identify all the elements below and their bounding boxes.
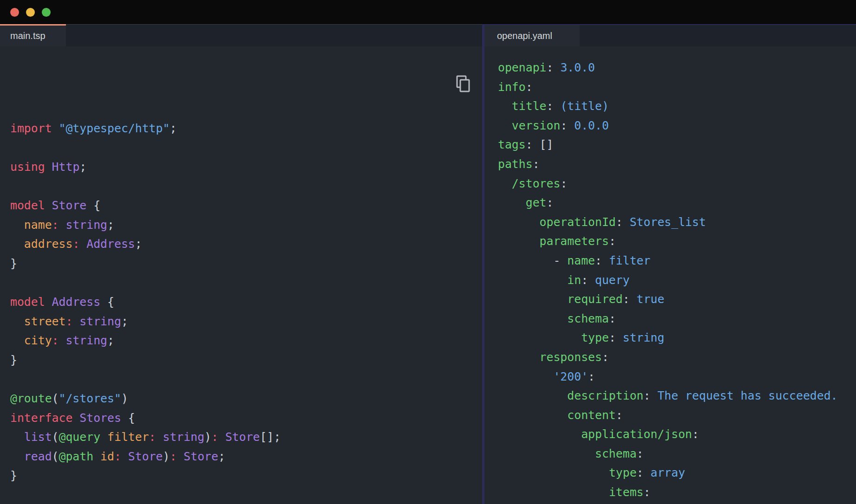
- tab-main-tsp-label: main.tsp: [10, 31, 46, 41]
- code-line: import "@typespec/http";: [10, 119, 482, 138]
- main-area: main.tsp import "@typespec/http"; using …: [0, 24, 856, 504]
- code-line: paths:: [498, 155, 856, 174]
- close-button[interactable]: [10, 8, 19, 17]
- code-line: in: query: [498, 271, 856, 290]
- code-line: model Store {: [10, 196, 482, 215]
- code-line: city: string;: [10, 331, 482, 350]
- code-line: read(@path id: Store): Store;: [10, 447, 482, 466]
- code-line: using Http;: [10, 157, 482, 177]
- code-line: required: true: [498, 290, 856, 309]
- code-line: }: [10, 466, 482, 485]
- code-line: [10, 138, 482, 157]
- code-line: title: (title): [498, 97, 856, 116]
- code-line: info:: [498, 78, 856, 97]
- titlebar: [0, 0, 856, 24]
- code-line: name: string;: [10, 215, 482, 235]
- code-line: description: The request has succeeded.: [498, 386, 856, 406]
- code-line: type: array: [498, 463, 856, 483]
- code-line: application/json:: [498, 425, 856, 444]
- code-line: tags: []: [498, 135, 856, 155]
- code-line: list(@query filter: string): Store[];: [10, 427, 482, 447]
- code-line: items:: [498, 483, 856, 502]
- zoom-button[interactable]: [42, 8, 51, 17]
- left-tab-bar: main.tsp: [0, 24, 482, 46]
- code-line: operationId: Stores_list: [498, 213, 856, 232]
- code-line: }: [10, 254, 482, 273]
- minimize-button[interactable]: [26, 8, 35, 17]
- right-tab-bar: openapi.yaml: [484, 25, 856, 46]
- code-line: address: Address;: [10, 234, 482, 254]
- code-line: get:: [498, 193, 856, 213]
- tab-openapi-yaml-label: openapi.yaml: [497, 31, 552, 41]
- code-line: [10, 273, 482, 293]
- code-line: - name: filter: [498, 251, 856, 271]
- copy-icon: [455, 75, 471, 93]
- left-editor[interactable]: import "@typespec/http"; using Http; mod…: [0, 46, 482, 504]
- code-line: [10, 177, 482, 196]
- code-line: parameters:: [498, 232, 856, 251]
- copy-button[interactable]: [455, 61, 471, 79]
- code-line: street: string;: [10, 312, 482, 331]
- code-line: '200':: [498, 367, 856, 387]
- code-line: version: 0.0.0: [498, 116, 856, 136]
- code-line: schema:: [498, 309, 856, 329]
- code-line: type: string: [498, 328, 856, 348]
- code-line: schema:: [498, 444, 856, 464]
- right-editor[interactable]: openapi: 3.0.0info: title: (title) versi…: [484, 46, 856, 504]
- tab-openapi-yaml[interactable]: openapi.yaml: [484, 25, 580, 46]
- tab-main-tsp[interactable]: main.tsp: [0, 24, 66, 46]
- code-line: }: [10, 350, 482, 370]
- code-line: /stores:: [498, 174, 856, 194]
- code-line: [10, 370, 482, 389]
- code-line: interface Stores {: [10, 408, 482, 428]
- openapi-output-pane: openapi.yaml openapi: 3.0.0info: title: …: [484, 24, 856, 504]
- code-line: content:: [498, 406, 856, 425]
- typespec-editor-pane: main.tsp import "@typespec/http"; using …: [0, 24, 482, 504]
- code-line: responses:: [498, 348, 856, 367]
- code-line: openapi: 3.0.0: [498, 58, 856, 78]
- code-line: @route("/stores"): [10, 389, 482, 408]
- code-line: model Address {: [10, 292, 482, 312]
